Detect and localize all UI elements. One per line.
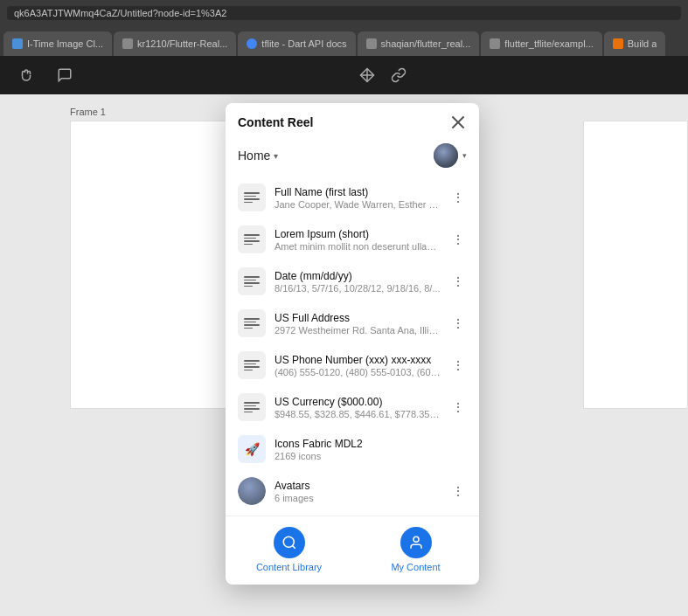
content-library-tab[interactable]: Content Library: [226, 527, 352, 572]
lines-icon-4: [240, 315, 263, 332]
toolbar: [0, 56, 688, 94]
user-avatar[interactable]: [434, 143, 458, 168]
tab-1-label: I-Time Image Cl...: [27, 38, 103, 49]
content-library-label: Content Library: [256, 562, 322, 572]
address-subtitle: 2972 Westheimer Rd. Santa Ana, Illinoi..…: [275, 325, 441, 336]
modal-header: Content Reel: [226, 103, 479, 138]
list-item-full-name[interactable]: Full Name (first last) Jane Cooper, Wade…: [231, 176, 474, 218]
tab-5-favicon: [490, 38, 500, 49]
tab-6[interactable]: Build a: [604, 31, 666, 56]
address-more-button[interactable]: ⋮: [449, 315, 467, 332]
full-name-title: Full Name (first last): [275, 186, 441, 198]
date-icon-wrap: [238, 267, 266, 295]
icons-fabric-icon-wrap: 🚀: [238, 435, 266, 463]
tab-3[interactable]: tflite - Dart API docs: [238, 31, 355, 56]
lines-icon: [240, 189, 263, 206]
list-item-lorem-ipsum[interactable]: Lorem Ipsum (short) Amet minim mollit no…: [231, 218, 474, 260]
modal-close-button[interactable]: [449, 114, 467, 131]
phone-more-button[interactable]: ⋮: [449, 356, 467, 374]
avatar-circle-icon: [238, 477, 266, 505]
lorem-ipsum-content: Lorem Ipsum (short) Amet minim mollit no…: [275, 228, 441, 252]
date-content: Date (mm/dd/yy) 8/16/13, 5/7/16, 10/28/1…: [275, 270, 441, 294]
date-more-button[interactable]: ⋮: [449, 273, 467, 290]
home-label: Home: [238, 149, 270, 163]
list-item-date[interactable]: Date (mm/dd/yy) 8/16/13, 5/7/16, 10/28/1…: [231, 260, 474, 302]
home-chevron-icon: ▾: [274, 151, 278, 161]
url-bar[interactable]: qk6A3ATJTWMmq4CaZ/Untitled?node-id=1%3A2: [7, 6, 681, 20]
my-content-tab[interactable]: My Content: [352, 527, 479, 572]
rocket-icon: 🚀: [245, 442, 260, 456]
lorem-ipsum-icon-wrap: [238, 225, 266, 253]
currency-more-button[interactable]: ⋮: [449, 398, 467, 416]
date-title: Date (mm/dd/yy): [275, 270, 441, 282]
tab-6-label: Build a: [628, 38, 657, 49]
lorem-ipsum-subtitle: Amet minim mollit non deserunt ullamc...: [275, 241, 441, 252]
address-title: US Full Address: [275, 312, 441, 324]
lorem-ipsum-title: Lorem Ipsum (short): [275, 228, 441, 240]
icons-fabric-content: Icons Fabric MDL2 2169 icons: [275, 438, 441, 461]
list-item-currency[interactable]: US Currency ($000.00) $948.55, $328.85, …: [231, 386, 474, 428]
tab-3-label: tflite - Dart API docs: [261, 38, 346, 49]
list-item-phone[interactable]: US Phone Number (xxx) xxx-xxxx (406) 555…: [231, 344, 474, 386]
svg-line-6: [292, 545, 295, 548]
link-icon[interactable]: [386, 63, 411, 87]
lines-icon-3: [240, 273, 263, 290]
svg-point-7: [413, 536, 419, 542]
tab-2-favicon: [122, 38, 133, 49]
tab-2[interactable]: kr1210/Flutter-Real...: [114, 31, 236, 56]
phone-icon-wrap: [238, 351, 266, 379]
tab-3-favicon: [247, 38, 257, 49]
tab-1-favicon: [12, 38, 23, 49]
currency-content: US Currency ($000.00) $948.55, $328.85, …: [275, 396, 441, 419]
lines-icon-2: [240, 231, 263, 248]
my-content-label: My Content: [391, 562, 440, 572]
list-item-icons-fabric[interactable]: 🚀 Icons Fabric MDL2 2169 icons ⋮: [231, 428, 474, 470]
lines-icon-5: [240, 356, 263, 374]
icons-fabric-title: Icons Fabric MDL2: [275, 438, 441, 450]
tab-4[interactable]: shaqian/flutter_real...: [358, 31, 480, 56]
avatars-icon-wrap: [238, 477, 266, 505]
tab-4-label: shaqian/flutter_real...: [381, 38, 471, 49]
canvas: Frame 1 Content Reel Home ▾: [0, 94, 688, 616]
currency-icon-wrap: [238, 393, 266, 421]
phone-content: US Phone Number (xxx) xxx-xxxx (406) 555…: [275, 354, 441, 377]
lorem-ipsum-more-button[interactable]: ⋮: [449, 231, 467, 248]
list-item-avatars[interactable]: Avatars 6 images ⋮: [231, 470, 474, 512]
content-reel-modal: Content Reel Home ▾: [226, 103, 479, 585]
address-content: US Full Address 2972 Westheimer Rd. Sant…: [275, 312, 441, 336]
content-library-icon: [274, 527, 305, 558]
tab-1[interactable]: I-Time Image Cl...: [3, 31, 112, 56]
user-avatar-row: ▾: [434, 143, 467, 168]
home-button[interactable]: Home ▾: [238, 149, 278, 163]
tab-6-favicon: [613, 38, 623, 49]
date-subtitle: 8/16/13, 5/7/16, 10/28/12, 9/18/16, 8/..…: [275, 283, 441, 294]
modal-list: Full Name (first last) Jane Cooper, Wade…: [226, 176, 479, 512]
phone-subtitle: (406) 555-0120, (480) 555-0103, (603) ..…: [275, 367, 441, 377]
avatars-content: Avatars 6 images: [275, 480, 441, 503]
currency-subtitle: $948.55, $328.85, $446.61, $778.35, $2..…: [275, 409, 441, 419]
full-name-content: Full Name (first last) Jane Cooper, Wade…: [275, 186, 441, 210]
tab-2-label: kr1210/Flutter-Real...: [137, 38, 227, 49]
full-name-icon-wrap: [238, 183, 266, 211]
avatar-chevron-icon: ▾: [462, 151, 467, 160]
svg-point-5: [283, 536, 294, 547]
modal-overlay: Content Reel Home ▾: [0, 94, 688, 616]
component-icon[interactable]: [355, 63, 379, 87]
tab-bar: I-Time Image Cl... kr1210/Flutter-Real..…: [0, 26, 688, 56]
my-content-icon: [400, 527, 432, 558]
phone-title: US Phone Number (xxx) xxx-xxxx: [275, 354, 441, 366]
tab-5-label: flutter_tflite/exampl...: [504, 38, 594, 49]
toolbar-center: [91, 63, 674, 87]
avatars-more-button[interactable]: ⋮: [449, 482, 467, 500]
full-name-more-button[interactable]: ⋮: [449, 189, 467, 206]
modal-title: Content Reel: [238, 115, 313, 129]
hand-tool-button[interactable]: [14, 63, 38, 87]
avatars-title: Avatars: [275, 480, 441, 492]
icons-fabric-subtitle: 2169 icons: [275, 451, 441, 461]
comment-tool-button[interactable]: [52, 63, 77, 87]
full-name-subtitle: Jane Cooper, Wade Warren, Esther How...: [275, 199, 441, 210]
currency-title: US Currency ($000.00): [275, 396, 441, 408]
tab-5[interactable]: flutter_tflite/exampl...: [481, 31, 602, 56]
modal-home-row: Home ▾ ▾: [226, 138, 479, 176]
list-item-us-address[interactable]: US Full Address 2972 Westheimer Rd. Sant…: [231, 302, 474, 344]
